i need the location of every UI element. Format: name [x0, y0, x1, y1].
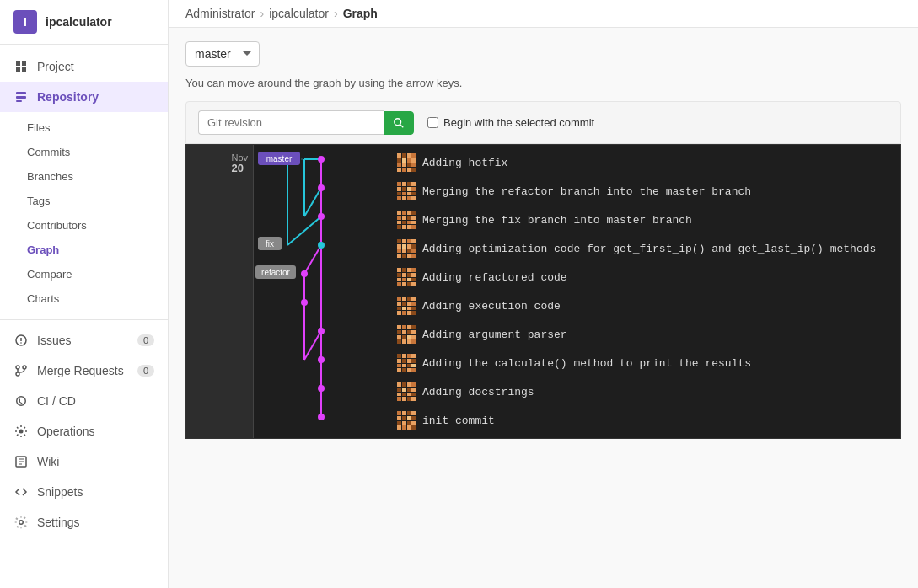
breadcrumb: Administrator › ipcalculator › Graph [185, 7, 901, 20]
sidebar-item-label: Repository [37, 90, 99, 104]
sidebar-item-branches[interactable]: Branches [0, 164, 168, 189]
svg-point-5 [20, 342, 22, 344]
snippets-icon [13, 484, 29, 500]
svg-line-26 [304, 331, 321, 360]
sidebar-item-snippets[interactable]: Snippets [0, 477, 168, 507]
svg-line-25 [304, 245, 321, 274]
svg-point-10 [19, 430, 24, 434]
main-content: Administrator › ipcalculator › Graph mas… [169, 0, 918, 588]
commit-icon [397, 153, 416, 172]
branch-selector-row: master fix refactor [185, 41, 901, 67]
date-entry: Nov 20 [231, 153, 248, 174]
hint-text: You can move around the graph by using t… [185, 77, 901, 89]
sidebar-item-compare[interactable]: Compare [0, 262, 168, 286]
sidebar-item-label: Project [37, 60, 74, 73]
graph-visual: master fix refactor [254, 145, 389, 438]
graph-svg: master fix refactor [254, 145, 389, 431]
svg-point-30 [318, 242, 325, 249]
breadcrumb-current: Graph [343, 7, 378, 20]
begin-with-selected-checkbox[interactable] [427, 117, 438, 128]
search-input[interactable] [198, 110, 384, 135]
page-header: Administrator › ipcalculator › Graph [169, 0, 918, 28]
svg-point-29 [318, 213, 325, 220]
issues-icon [13, 333, 29, 348]
commit-message: Adding execution code [422, 300, 561, 313]
svg-point-31 [301, 270, 308, 277]
graph-container: Nov 20 [185, 144, 901, 439]
repository-subnav: Files Commits Branches Tags Contributors… [0, 112, 168, 314]
commit-icon [397, 182, 416, 200]
sidebar-item-tags[interactable]: Tags [0, 189, 168, 213]
commit-icon [397, 297, 416, 315]
table-row[interactable]: init commit [389, 406, 900, 435]
table-row[interactable]: Merging the fix branch into master branc… [389, 206, 900, 234]
search-icon [393, 117, 405, 129]
table-row[interactable]: Adding hotfix [389, 148, 900, 177]
table-row[interactable]: Adding execution code [389, 291, 900, 320]
branch-selector[interactable]: master fix refactor [185, 41, 260, 67]
commit-icon [397, 239, 416, 258]
sidebar-item-label: CI / CD [37, 394, 76, 408]
main-body: master fix refactor You can move around … [169, 28, 918, 588]
sidebar-item-settings[interactable]: Settings [0, 507, 168, 537]
svg-point-15 [395, 118, 401, 125]
svg-point-8 [23, 366, 26, 369]
commit-message: Adding the calculate() method to print t… [422, 357, 751, 370]
table-row[interactable]: Adding docstrings [389, 377, 900, 406]
day-label: 20 [231, 163, 248, 174]
sidebar-item-label: Operations [37, 425, 94, 438]
sidebar-item-files[interactable]: Files [0, 115, 168, 140]
begin-with-selected-label[interactable]: Begin with the selected commit [427, 116, 594, 129]
sidebar-item-graph[interactable]: Graph [0, 238, 168, 262]
breadcrumb-sep2: › [334, 7, 338, 20]
commit-icon [397, 268, 416, 286]
commit-message: Adding refactored code [422, 271, 567, 284]
table-row[interactable]: Adding refactored code [389, 263, 900, 291]
settings-icon [13, 515, 29, 530]
svg-rect-2 [16, 100, 22, 102]
table-row[interactable]: Adding the calculate() method to print t… [389, 349, 900, 377]
commit-message: Merging the refactor branch into the mas… [422, 185, 751, 198]
issues-badge: 0 [137, 334, 154, 346]
svg-text:master: master [266, 154, 293, 163]
breadcrumb-project[interactable]: ipcalculator [269, 7, 329, 20]
svg-text:fix: fix [266, 239, 274, 249]
search-button[interactable] [384, 111, 414, 135]
breadcrumb-admin[interactable]: Administrator [185, 7, 255, 20]
svg-line-16 [400, 124, 404, 127]
sidebar-item-charts[interactable]: Charts [0, 286, 168, 311]
sidebar-item-label: Settings [37, 516, 80, 529]
svg-rect-0 [16, 92, 26, 94]
svg-point-35 [318, 385, 325, 392]
svg-point-34 [318, 356, 325, 363]
sidebar-item-wiki[interactable]: Wiki [0, 446, 168, 477]
project-name: ipcalculator [46, 15, 112, 29]
sidebar-item-contributors[interactable]: Contributors [0, 213, 168, 238]
sidebar-item-issues[interactable]: Issues 0 [0, 325, 168, 355]
svg-point-27 [318, 156, 325, 163]
svg-rect-1 [16, 96, 26, 99]
sidebar-item-commits[interactable]: Commits [0, 140, 168, 164]
sidebar-item-operations[interactable]: Operations [0, 416, 168, 446]
sidebar-item-merge-requests[interactable]: Merge Requests 0 [0, 355, 168, 386]
commit-icon [397, 382, 416, 401]
search-bar: Begin with the selected commit [185, 101, 901, 144]
svg-point-32 [301, 299, 308, 306]
merge-requests-badge: 0 [137, 365, 154, 377]
sidebar-item-repository[interactable]: Repository [0, 82, 168, 112]
table-row[interactable]: Merging the refactor branch into the mas… [389, 177, 900, 206]
commit-icon [397, 354, 416, 372]
wiki-icon [13, 454, 29, 469]
breadcrumb-sep1: › [260, 7, 264, 20]
checkbox-text: Begin with the selected commit [443, 116, 594, 129]
table-row[interactable]: Adding argument parser [389, 320, 900, 349]
sidebar-nav: Project Repository Files Commits Branche… [0, 45, 168, 588]
commit-icon [397, 211, 416, 229]
sidebar-item-ci-cd[interactable]: CI / CD [0, 386, 168, 416]
commit-message: Adding argument parser [422, 329, 567, 341]
table-row[interactable]: Adding optimization code for get_first_i… [389, 234, 900, 263]
commit-message: Adding optimization code for get_first_i… [422, 243, 876, 255]
sidebar: I ipcalculator Project Repository Files … [0, 0, 169, 588]
sidebar-item-project[interactable]: Project [0, 51, 168, 82]
commit-message: Merging the fix branch into master branc… [422, 214, 692, 227]
